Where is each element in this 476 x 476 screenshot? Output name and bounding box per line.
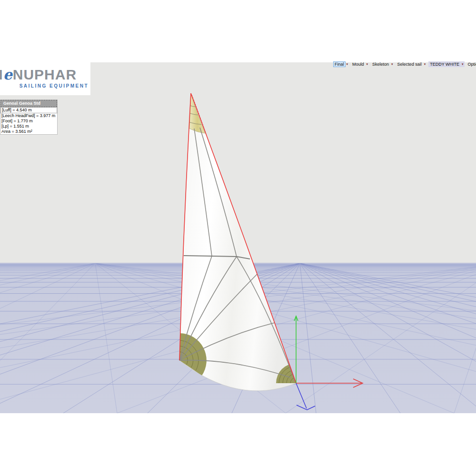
view-toolbar: Final ▾ Mould ▾ Skeleton ▾ Selected sail… <box>333 61 476 68</box>
viewport-3d[interactable] <box>0 62 476 413</box>
chevron-down-icon[interactable]: ▾ <box>346 62 349 66</box>
brand-accent-e: e <box>3 66 13 83</box>
menu-mould-button[interactable]: Mould <box>351 61 366 67</box>
measurement-luff[interactable]: [Luff] = 4.540 m <box>0 107 57 113</box>
brand-tagline: SAILING EQUIPMENT <box>20 83 89 89</box>
menu-selected-sail: Selected sail ▾ <box>396 61 427 67</box>
menu-final-button[interactable]: Final <box>333 61 346 67</box>
menu-options: Options ▾ <box>466 61 476 67</box>
scene-svg <box>0 62 476 413</box>
menu-mould: Mould ▾ <box>351 61 369 67</box>
menu-options-button[interactable]: Options <box>466 61 476 67</box>
menu-skeleton: Skeleton ▾ <box>371 61 394 67</box>
sail-measurements-panel: Genoa\ Genoa Std [Luff] = 4.540 m [Leech… <box>0 99 58 135</box>
measurement-lp[interactable]: [Lp] = 1.551 m <box>0 124 57 129</box>
menu-sail-name: TEDDY WHITE ▾ <box>428 61 464 67</box>
measurement-foot[interactable]: [Foot] = 1.770 m <box>0 119 57 124</box>
sail-measurements-title[interactable]: Genoa\ Genoa Std <box>0 100 57 107</box>
sail-genoa <box>179 93 296 391</box>
chevron-down-icon[interactable]: ▾ <box>366 62 369 66</box>
menu-selected-sail-button[interactable]: Selected sail <box>396 61 423 67</box>
chevron-down-icon[interactable]: ▾ <box>461 62 465 66</box>
brand-name: NeNUPHAR <box>0 66 77 83</box>
measurement-leech-headfwd[interactable]: [Leech HeadFwd] = 3.977 m <box>0 113 57 119</box>
menu-final: Final ▾ <box>333 61 349 67</box>
menu-skeleton-button[interactable]: Skeleton <box>371 61 390 67</box>
app-window: NeNUPHAR SAILING EQUIPMENT Final ▾ Mould… <box>0 0 476 476</box>
chevron-down-icon[interactable]: ▾ <box>390 62 394 66</box>
measurement-area[interactable]: Area = 3.561 m² <box>0 129 57 134</box>
chevron-down-icon[interactable]: ▾ <box>423 62 427 66</box>
menu-sail-name-button[interactable]: TEDDY WHITE <box>428 61 461 67</box>
brand-logo: NeNUPHAR SAILING EQUIPMENT <box>0 62 90 95</box>
